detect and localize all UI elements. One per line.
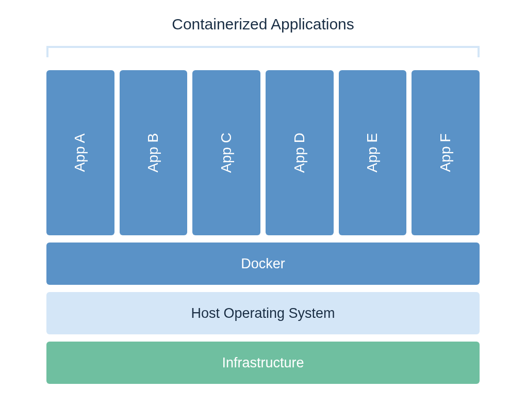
app-label: App B xyxy=(145,133,162,172)
diagram-title: Containerized Applications xyxy=(46,15,480,33)
app-box-c: App C xyxy=(192,70,260,235)
app-box-d: App D xyxy=(266,70,334,235)
container-diagram: Containerized Applications App A App B A… xyxy=(46,15,480,399)
app-box-e: App E xyxy=(339,70,407,235)
docker-label: Docker xyxy=(241,256,285,272)
app-box-f: App F xyxy=(412,70,480,235)
infrastructure-layer: Infrastructure xyxy=(46,342,480,384)
app-box-a: App A xyxy=(46,70,114,235)
app-label: App C xyxy=(218,133,235,173)
app-box-b: App B xyxy=(120,70,188,235)
host-os-layer: Host Operating System xyxy=(46,292,480,334)
docker-layer: Docker xyxy=(46,243,480,285)
app-label: App F xyxy=(437,134,454,172)
app-label: App D xyxy=(291,133,308,173)
apps-bracket xyxy=(46,46,480,57)
app-label: App E xyxy=(365,133,381,172)
app-label: App A xyxy=(72,134,89,172)
apps-row: App A App B App C App D App E App F xyxy=(46,70,480,235)
host-os-label: Host Operating System xyxy=(191,305,335,321)
infrastructure-label: Infrastructure xyxy=(222,355,304,371)
